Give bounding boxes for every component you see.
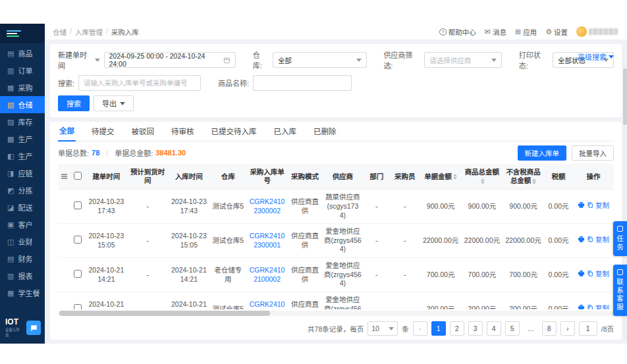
copy-link[interactable]: 复制 [595,236,609,244]
column-header: 供应商 [322,164,364,190]
sidebar-item-14[interactable]: ▥报表 [0,267,45,284]
batch-import-button[interactable]: 批量导入 [572,145,614,161]
tab-6[interactable]: 已入库 [273,126,298,141]
copy-icon[interactable] [587,201,593,211]
tab-4[interactable]: 待审核 [170,126,196,141]
sidebar-item-6[interactable]: ▩生产 [0,130,45,147]
tab-3[interactable]: 被驳回 [130,126,156,141]
copy-icon[interactable] [587,236,593,246]
sidebar-item-4[interactable]: ▧仓储 [0,96,45,113]
user-name-blurred [589,28,618,35]
tab-2[interactable]: 待提交 [90,126,116,141]
sort-icon[interactable] [532,178,536,184]
search-button[interactable]: 搜索 [58,95,90,111]
message-icon: ✉ [485,28,491,36]
app-logo [0,24,45,43]
sidebar-item-5[interactable]: ▨库存 [0,113,45,130]
sidebar-item-2[interactable]: ▥订单 [0,62,45,79]
page-jump-input[interactable] [579,321,597,336]
date-type-select[interactable]: 新建单时间 [58,49,100,70]
chevron-down-icon [609,55,614,59]
print-icon[interactable] [578,270,585,280]
task-float-button[interactable]: 任务 [613,221,627,256]
sidebar-item-13[interactable]: ▤财务 [0,250,45,267]
page-button-5[interactable]: 5 [505,321,520,336]
create-inbound-button[interactable]: 新建入库单 [518,145,567,161]
apps-button[interactable]: ⊞应用 [515,27,537,37]
row-checkbox[interactable] [74,304,82,309]
sidebar-item-12[interactable]: ◫业财 [0,233,45,250]
copy-link[interactable]: 复制 [595,304,609,309]
table-row: 2024-10-21 14:21-2024-10-21 14:21老仓储专用CG… [58,258,614,292]
iot-chat-icon[interactable] [26,321,41,335]
advanced-search-link[interactable]: 高级搜索 [578,51,614,62]
horizontal-scrollbar-thumb[interactable] [59,311,270,316]
sidebar-item-9[interactable]: ◩分拣 [0,182,45,199]
table-row: 2024-10-23 17:43-2024-10-23 17:43测试仓库5CG… [58,190,614,224]
print-icon[interactable] [578,201,585,211]
row-checkbox[interactable] [74,236,82,244]
breadcrumb-item[interactable]: 入库管理 [75,27,103,37]
column-header: 部门 [364,164,390,190]
next-page-button[interactable]: › [560,321,575,336]
column-header: 采购入库单号 [246,164,288,190]
sort-icon[interactable] [453,174,457,180]
help-center-button[interactable]: ?帮助中心 [439,27,476,37]
column-settings-icon[interactable] [61,176,67,177]
product-name-input[interactable] [253,75,352,91]
order-no-link[interactable]: CGRK24102100002 [250,266,285,283]
export-button[interactable]: 导出 [94,95,134,111]
horizontal-scrollbar[interactable] [58,311,614,316]
menu-icon: ▦ [7,84,14,91]
row-checkbox[interactable] [74,201,82,209]
table-row: 2024-10-23 15:05-2024-10-23 15:05测试仓库5CG… [58,224,614,258]
copy-icon[interactable] [587,304,593,309]
page-button-3[interactable]: 3 [468,321,483,336]
column-header: 采购模式 [288,164,322,190]
filter-panel: 新建单时间 2024-09-25 00:00 - 2024-10-24 24:0… [50,44,622,117]
sidebar-item-10[interactable]: ◪配送 [0,199,45,216]
page-size-select[interactable]: 10 [368,321,398,336]
copy-link[interactable]: 复制 [595,270,609,278]
sidebar-item-7[interactable]: ◧生产 [0,147,45,165]
copy-link[interactable]: 复制 [595,201,609,209]
tab-5[interactable]: 已提交待入库 [210,126,258,141]
sidebar-item-11[interactable]: ▣客户 [0,216,45,233]
sidebar-item-1[interactable]: ▤商品 [0,45,45,62]
menu-icon: ▤ [7,50,14,57]
sidebar-item-8[interactable]: ◨应链 [0,165,45,182]
copy-icon[interactable] [587,270,593,280]
breadcrumb: 仓储/入库管理/采购入库 [53,27,139,37]
tab-1[interactable]: 全部 [58,125,76,142]
settings-button[interactable]: ⚙设置 [545,27,568,37]
prev-page-button[interactable]: ‹ [413,321,427,336]
select-all-checkbox[interactable] [74,172,82,180]
print-icon[interactable] [578,236,585,246]
row-checkbox[interactable] [74,270,82,278]
menu-icon: ▤ [7,255,14,263]
order-no-link[interactable]: CGRK24102300002 [250,197,285,215]
order-no-link[interactable]: CGRK24102100001 [250,300,285,309]
sort-icon[interactable] [481,178,485,184]
sidebar-item-15[interactable]: ▦学生餐 [0,284,45,301]
user-profile[interactable] [576,26,618,37]
topbar: 仓储/入库管理/采购入库 ?帮助中心✉消息⊞应用⚙设置 [45,24,627,39]
print-icon[interactable] [578,304,585,309]
warehouse-select[interactable]: 全部 [273,52,367,68]
tab-7[interactable]: 已删除 [312,126,338,141]
messages-button[interactable]: ✉消息 [485,27,506,37]
page-button-2[interactable]: 2 [450,321,464,336]
page-button-1[interactable]: 1 [431,321,446,336]
contact-service-float-button[interactable]: 联系客服 [613,265,627,316]
doc-count-value: 78 [92,149,99,157]
sidebar-item-3[interactable]: ▦采购 [0,79,45,96]
page: ▤商品▥订单▦采购▧仓储▨库存▩生产◧生产◨应链◩分拣◪配送▣客户◫业财▤财务▥… [0,0,627,364]
page-button-8[interactable]: 8 [542,321,557,336]
supplier-select[interactable]: 请选择供应商 [424,52,502,68]
page-button-4[interactable]: 4 [487,321,501,336]
breadcrumb-item[interactable]: 仓储 [53,27,67,37]
order-no-link[interactable]: CGRK24102300001 [250,232,285,249]
date-range-picker[interactable]: 2024-09-25 00:00 - 2024-10-24 24:00 [104,52,236,68]
vertical-scrollbar-thumb[interactable] [623,68,627,125]
search-input[interactable] [78,75,201,91]
